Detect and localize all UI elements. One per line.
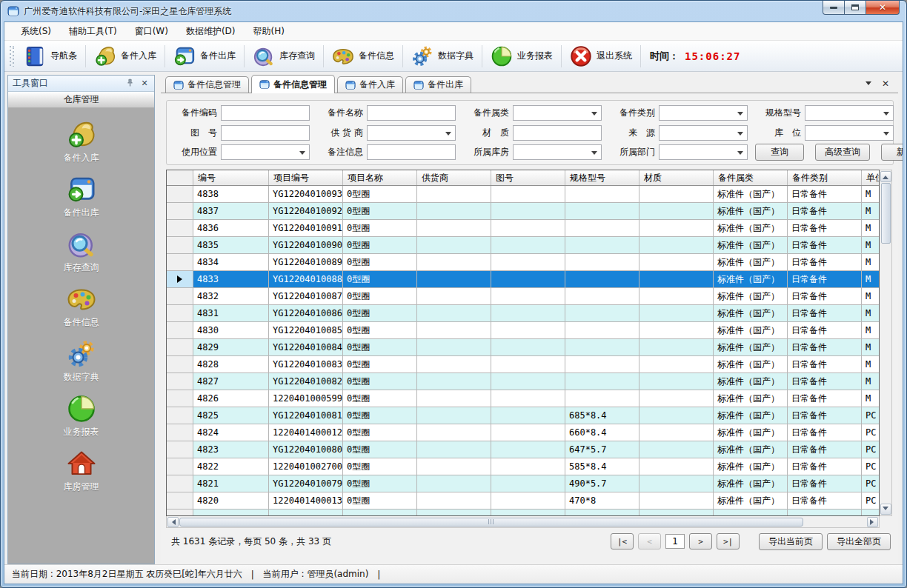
table-row-selected[interactable]: 4833YG122040100880型圈标准件（国产）日常备件M xyxy=(167,271,879,288)
tab-list-dropdown-icon[interactable] xyxy=(866,81,871,88)
warehouse-select[interactable] xyxy=(513,144,602,160)
table-row[interactable]: 4838YG122040100930型圈标准件（国产）日常备件M xyxy=(167,186,879,203)
table-row[interactable]: 482012204014000130型圈470*8标准件（国产）日常备件PC xyxy=(167,492,879,510)
sidebar-item-parts-info[interactable]: 备件信息 xyxy=(64,284,99,329)
tab-3[interactable]: 备件出库 xyxy=(405,76,471,93)
part-code-input[interactable] xyxy=(221,105,310,121)
table-row[interactable]: 4835YG122040100900型圈标准件（国产）日常备件M xyxy=(167,237,879,254)
first-page-button[interactable]: |< xyxy=(611,533,634,549)
vertical-scroll-thumb[interactable] xyxy=(881,183,891,244)
toolbar-button-exit-system[interactable]: 退出系统 xyxy=(563,43,639,70)
horizontal-scroll-thumb[interactable] xyxy=(179,518,803,527)
scroll-right-button[interactable] xyxy=(867,517,878,527)
part-name-input[interactable] xyxy=(367,105,456,121)
table-row[interactable]: 482412204014000120型圈660*8.4标准件（国产）日常备件PC xyxy=(167,424,879,441)
tab-1-active[interactable]: 备件信息管理 xyxy=(251,75,335,93)
tab-2[interactable]: 备件入库 xyxy=(337,76,403,93)
drawing-no-input[interactable] xyxy=(221,125,310,141)
row-selector-header[interactable] xyxy=(167,170,193,185)
toolbar-button-navigation-bar[interactable]: 导航条 xyxy=(17,43,84,70)
toolbar-button-data-dictionary[interactable]: 数据字典 xyxy=(405,43,480,70)
column-header-3[interactable]: 供货商 xyxy=(417,170,491,185)
column-header-9[interactable]: 单位 xyxy=(862,170,880,185)
scroll-up-button[interactable] xyxy=(880,171,891,182)
table-row[interactable]: 4830YG122040100850型圈标准件（国产）日常备件M xyxy=(167,322,879,339)
panel-splitter[interactable] xyxy=(155,75,161,564)
sidebar-item-stock-query[interactable]: 库存查询 xyxy=(64,230,99,274)
column-header-4[interactable]: 图号 xyxy=(491,170,565,185)
material-input[interactable] xyxy=(513,125,602,141)
tool-window-close-icon[interactable]: ✕ xyxy=(139,78,150,89)
sidebar-item-data-dictionary[interactable]: 数据字典 xyxy=(64,339,99,384)
pin-icon[interactable] xyxy=(124,78,135,89)
table-row[interactable]: 4827YG122040100820型圈标准件（国产）日常备件M xyxy=(167,373,879,390)
toolbar-button-stock-query[interactable]: 库存查询 xyxy=(246,43,322,70)
column-header-7[interactable]: 备件属类 xyxy=(714,170,788,185)
minimize-button[interactable] xyxy=(823,1,845,15)
advanced-query-button[interactable]: 高级查询 xyxy=(815,144,870,161)
toolbar-button-business-report[interactable]: 业务报表 xyxy=(484,43,559,70)
export-current-page-button[interactable]: 导出当前页 xyxy=(759,533,823,550)
toolbar-button-parts-info[interactable]: 备件信息 xyxy=(325,43,401,70)
close-button[interactable]: ✕ xyxy=(866,1,900,15)
part-genus-select[interactable] xyxy=(513,105,602,121)
toolbar-grip[interactable] xyxy=(10,46,15,67)
department-select[interactable] xyxy=(659,144,748,160)
sidebar-item-parts-outbound[interactable]: 备件出库 xyxy=(64,175,99,219)
vertical-scrollbar[interactable] xyxy=(880,170,892,516)
menu-item-help[interactable]: 帮助(H) xyxy=(245,22,293,41)
bin-location-select[interactable] xyxy=(805,125,894,141)
scroll-left-button[interactable] xyxy=(167,517,179,527)
column-header-2[interactable]: 项目名称 xyxy=(343,170,417,185)
table-row[interactable]: 482612204010005990型圈标准件（国产）日常备件M xyxy=(167,390,879,407)
tab-close-icon[interactable]: ✕ xyxy=(882,79,889,88)
remark-input[interactable] xyxy=(367,144,456,160)
column-header-5[interactable]: 规格型号 xyxy=(565,170,639,185)
maximize-button[interactable] xyxy=(844,1,866,15)
spec-model-select[interactable] xyxy=(805,105,894,121)
sidebar-item-business-report[interactable]: 业务报表 xyxy=(64,394,99,438)
sidebar-section-header[interactable]: 仓库管理 xyxy=(8,92,154,108)
table-row[interactable]: 4837YG122040100920型圈标准件（国产）日常备件M xyxy=(167,203,879,220)
query-button[interactable]: 查询 xyxy=(755,144,804,161)
horizontal-scrollbar[interactable] xyxy=(166,516,880,528)
sidebar-item-warehouse-mgmt[interactable]: 库房管理 xyxy=(64,449,99,493)
table-row-partial[interactable] xyxy=(167,510,879,515)
prev-page-button[interactable]: < xyxy=(638,533,661,549)
table-row[interactable]: 4836YG122040100910型圈标准件（国产）日常备件M xyxy=(167,220,879,237)
table-row[interactable]: 4829YG122040100840型圈标准件（国产）日常备件M xyxy=(167,339,879,356)
menu-item-window[interactable]: 窗口(W) xyxy=(126,22,177,41)
table-row[interactable]: 4834YG122040100890型圈标准件（国产）日常备件M xyxy=(167,254,879,271)
tab-0[interactable]: 备件信息管理 xyxy=(165,76,249,93)
table-row[interactable]: 4828YG122040100830型圈标准件（国产）日常备件M xyxy=(167,356,879,373)
menu-item-data-maintenance[interactable]: 数据维护(D) xyxy=(177,22,245,41)
menu-item-system[interactable]: 系统(S) xyxy=(12,22,60,41)
menu-item-tools[interactable]: 辅助工具(T) xyxy=(60,22,126,41)
export-all-pages-button[interactable]: 导出全部页 xyxy=(827,533,891,550)
source-select[interactable] xyxy=(659,125,748,141)
table-row[interactable]: 4831YG122040100860型圈标准件（国产）日常备件M xyxy=(167,305,879,322)
table-row[interactable]: 482212204010027000型圈585*8.4标准件（国产）日常备件PC xyxy=(167,458,879,475)
table-row[interactable]: 4832YG122040100870型圈标准件（国产）日常备件M xyxy=(167,288,879,305)
column-header-0[interactable]: 编号 xyxy=(193,170,269,185)
use-position-select[interactable] xyxy=(221,144,310,160)
column-header-1[interactable]: 项目编号 xyxy=(269,170,343,185)
cell: 日常备件 xyxy=(788,356,862,372)
supplier-select[interactable] xyxy=(367,125,456,141)
toolbar-button-parts-outbound[interactable]: 备件出库 xyxy=(167,43,242,70)
page-number-input[interactable] xyxy=(665,534,685,549)
part-class-select[interactable] xyxy=(659,105,748,121)
column-header-6[interactable]: 材质 xyxy=(639,170,714,185)
new-button[interactable]: 新建 xyxy=(881,144,903,161)
toolbar-button-parts-inbound[interactable]: 备件入库 xyxy=(87,43,163,70)
drawing-no-label: 图 号 xyxy=(171,127,217,139)
last-page-button[interactable]: >| xyxy=(717,533,740,549)
cell: YG12204010089 xyxy=(269,254,343,270)
next-page-button[interactable]: > xyxy=(689,533,712,549)
sidebar-item-parts-inbound[interactable]: 备件入库 xyxy=(64,120,99,164)
table-row[interactable]: 4823YG122040100800型圈647*5.7标准件（国产）日常备件PC xyxy=(167,441,879,458)
column-header-8[interactable]: 备件类别 xyxy=(788,170,862,185)
table-row[interactable]: 4825YG122040100810型圈685*8.4标准件（国产）日常备件PC xyxy=(167,407,879,424)
scroll-down-button[interactable] xyxy=(880,504,891,515)
table-row[interactable]: 4821YG122040100790型圈490*5.7标准件（国产）日常备件PC xyxy=(167,475,879,492)
